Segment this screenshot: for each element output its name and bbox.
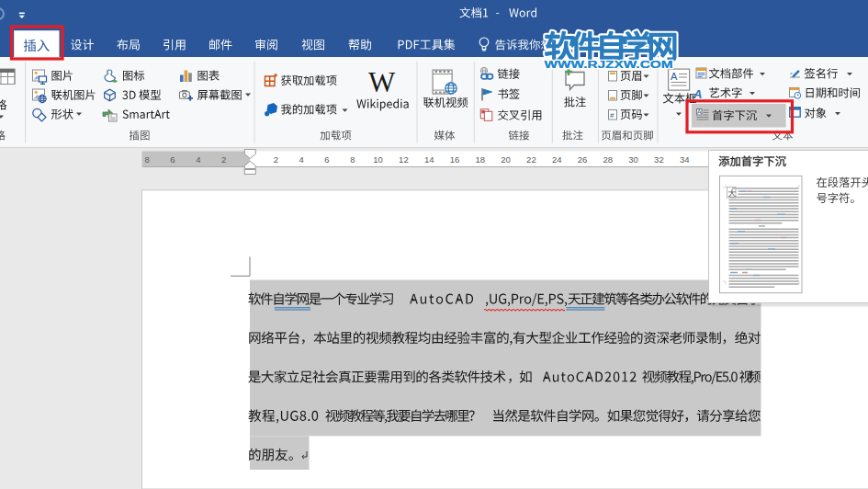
svg-text:A: A <box>671 71 678 82</box>
svg-text:20: 20 <box>501 154 511 165</box>
svg-text:28: 28 <box>603 154 614 165</box>
svg-text:4: 4 <box>196 154 200 165</box>
svg-text:A: A <box>697 108 702 115</box>
svg-text:32: 32 <box>654 154 664 165</box>
svg-text:12: 12 <box>399 154 409 165</box>
svg-text:4: 4 <box>299 154 304 165</box>
svg-text:22: 22 <box>526 154 536 165</box>
svg-text:24: 24 <box>552 154 562 165</box>
svg-text:30: 30 <box>628 154 638 165</box>
svg-text:10: 10 <box>373 154 383 165</box>
svg-text:26: 26 <box>578 154 588 165</box>
svg-text:16: 16 <box>450 154 460 165</box>
svg-text:6: 6 <box>170 154 175 165</box>
svg-text:8: 8 <box>350 154 355 165</box>
svg-text:2: 2 <box>221 154 226 165</box>
svg-text:A: A <box>693 87 702 101</box>
svg-text:8: 8 <box>145 154 150 165</box>
svg-text:2: 2 <box>274 154 278 165</box>
svg-text:6: 6 <box>324 154 329 165</box>
svg-text:34: 34 <box>680 154 690 165</box>
svg-text:W: W <box>368 66 396 98</box>
svg-text:#: # <box>610 111 614 119</box>
svg-text:18: 18 <box>476 154 486 165</box>
svg-text:WWW.RJZXW.COM: WWW.RJZXW.COM <box>545 59 673 70</box>
svg-text:14: 14 <box>424 154 434 165</box>
